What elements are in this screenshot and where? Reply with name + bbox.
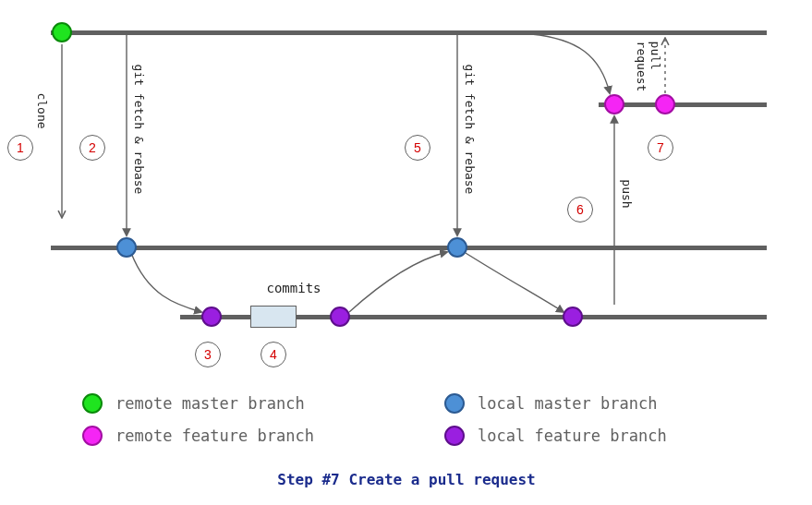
label-pull: pull [648, 42, 662, 70]
label-fetch-rebase-2: git fetch & rebase [463, 65, 477, 195]
legend-dot-local-feature [444, 426, 465, 446]
label-fetch-rebase-1: git fetch & rebase [132, 65, 146, 195]
node-local-master-1 [116, 237, 137, 258]
legend-dot-remote-master [82, 393, 103, 414]
commits-box [250, 306, 297, 328]
node-remote-feature-1 [604, 94, 624, 114]
label-pull-request: pullrequest [634, 42, 661, 92]
lane-remote-master [51, 30, 767, 35]
label-clone: clone [35, 92, 49, 128]
step-1: 1 [7, 135, 33, 161]
caption: Step #7 Create a pull request [277, 471, 535, 488]
legend-dot-remote-feature [82, 426, 103, 446]
step-5: 5 [405, 135, 430, 161]
step-3: 3 [195, 342, 221, 367]
diagram-canvas: clone git fetch & rebase git fetch & reb… [0, 0, 812, 505]
label-request: request [635, 42, 648, 92]
node-remote-master-head [52, 22, 72, 42]
step-7: 7 [648, 135, 673, 161]
lane-local-master [51, 246, 767, 250]
legend-label-local-master: local master branch [478, 394, 657, 413]
step-2: 2 [79, 135, 105, 161]
node-local-feature-3 [563, 307, 583, 327]
label-push: push [620, 179, 634, 208]
step-4: 4 [261, 342, 286, 367]
legend-label-remote-master: remote master branch [115, 394, 305, 413]
legend-label-remote-feature: remote feature branch [115, 427, 314, 445]
legend-dot-local-master [444, 393, 465, 414]
label-commits: commits [266, 281, 321, 295]
legend-label-local-feature: local feature branch [478, 427, 667, 445]
node-remote-feature-2 [655, 94, 675, 114]
node-local-feature-1 [201, 307, 222, 327]
step-6: 6 [567, 197, 593, 222]
node-local-master-2 [447, 237, 467, 258]
node-local-feature-2 [330, 307, 350, 327]
